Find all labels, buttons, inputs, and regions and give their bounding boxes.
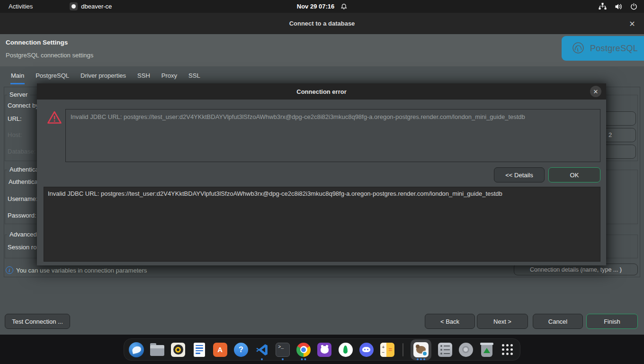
volume-icon — [615, 3, 622, 10]
dock-separator — [401, 338, 405, 361]
ok-button[interactable]: OK — [548, 167, 600, 182]
dbeaver-icon — [413, 342, 429, 357]
postgresql-logo: PostgreSQL — [562, 36, 644, 61]
url-label: URL: — [8, 115, 22, 122]
postgresql-elephant-icon — [570, 40, 586, 56]
wizard-header: Connection Settings PostgreSQL connectio… — [0, 34, 644, 66]
window-title: Connect to a database — [0, 13, 644, 34]
error-dialog-title-bar[interactable]: Connection error — [37, 83, 606, 100]
test-connection-button[interactable]: Test Connection ... — [5, 314, 70, 329]
tab-ssh[interactable]: SSH — [137, 71, 151, 84]
ubuntu-software-icon: A — [213, 343, 227, 357]
postgresql-logo-text: PostgreSQL — [590, 44, 638, 54]
trash-icon — [481, 344, 492, 357]
window-title-bar[interactable]: Connect to a database ✕ — [0, 13, 644, 34]
advanced-group-label: Advanced — [7, 231, 39, 238]
variables-hint-text: You can use variables in connection para… — [16, 267, 147, 274]
dock-item-thunderbird[interactable] — [129, 338, 144, 361]
running-indicator — [301, 358, 306, 360]
info-icon: i — [6, 266, 13, 274]
power-icon — [630, 3, 637, 10]
tab-ssl[interactable]: SSL — [188, 71, 201, 84]
github-desktop-icon — [317, 343, 331, 357]
dock-item-preferences[interactable] — [437, 338, 452, 361]
network-icon — [599, 3, 607, 10]
screen: Activities dbeaver-ce Nov 29 07:16 Conne… — [0, 0, 644, 364]
clock-menu[interactable]: Nov 29 07:16 — [297, 0, 348, 13]
running-indicator — [282, 358, 284, 360]
libreoffice-writer-icon — [194, 343, 205, 357]
disks-icon — [459, 343, 473, 357]
terminal-icon: >_ — [276, 343, 290, 357]
clock-text: Nov 29 07:16 — [297, 3, 335, 10]
error-details-text-area[interactable]: Invalid JDBC URL: postgres://test_user:d… — [44, 187, 600, 262]
window-close-button[interactable]: ✕ — [627, 18, 637, 29]
dock-item-files[interactable] — [150, 338, 165, 361]
error-dialog-close-button[interactable]: ✕ — [590, 86, 601, 97]
running-indicator — [261, 358, 263, 360]
dock-item-rhythmbox[interactable] — [170, 338, 186, 361]
dock-item-calculator[interactable]: +− = — [380, 338, 395, 361]
discord-icon — [359, 343, 374, 357]
password-label: Password: — [8, 212, 36, 219]
next-button[interactable]: Next > — [477, 314, 528, 329]
notification-bell-icon — [340, 3, 347, 10]
host-label: Host: — [8, 131, 22, 138]
error-dialog-title: Connection error — [296, 88, 346, 95]
connect-by-label: Connect by — [8, 102, 39, 109]
finish-button[interactable]: Finish — [586, 314, 638, 329]
tab-postgresql[interactable]: PostgreSQL — [35, 71, 70, 84]
dock-item-discord[interactable] — [359, 338, 374, 361]
dock-item-vscode[interactable] — [254, 338, 269, 361]
tab-main[interactable]: Main — [10, 71, 25, 84]
dock-item-dbeaver-active[interactable] — [411, 338, 431, 361]
port-value-fragment: 2 — [608, 131, 612, 138]
error-message-box[interactable]: Invalid JDBC URL: postgres://test_user:d… — [65, 109, 600, 162]
tab-proxy[interactable]: Proxy — [161, 71, 178, 84]
system-status-area[interactable] — [599, 0, 637, 13]
focused-app-menu[interactable]: dbeaver-ce — [70, 2, 112, 10]
connection-error-dialog: Connection error ✕ Invalid JDBC URL: pos… — [37, 83, 606, 265]
app-grid-icon — [502, 344, 513, 355]
server-group-label: Server — [7, 91, 30, 98]
dock: A ? >_ +− = — [124, 338, 520, 361]
username-label: Username: — [8, 195, 38, 202]
calculator-icon: +− = — [380, 343, 394, 357]
settings-tab-bar: Main PostgreSQL Driver properties SSH Pr… — [10, 71, 201, 84]
vscode-icon — [255, 343, 269, 357]
help-icon: ? — [234, 343, 248, 357]
mongodb-icon — [339, 343, 353, 357]
dock-item-terminal[interactable]: >_ — [275, 338, 290, 361]
files-icon — [150, 345, 164, 356]
dock-item-trash[interactable] — [479, 338, 494, 361]
active-app-highlight — [411, 339, 431, 360]
back-button[interactable]: < Back — [425, 314, 475, 329]
chrome-icon — [296, 343, 311, 357]
focused-app-name: dbeaver-ce — [81, 3, 112, 10]
desktop-bottom-area: A ? >_ +− = — [0, 335, 644, 364]
warning-icon — [47, 110, 62, 125]
page-subtitle: PostgreSQL connection settings — [6, 52, 93, 59]
cancel-button[interactable]: Cancel — [533, 314, 583, 329]
running-indicator — [417, 358, 425, 360]
database-label: Database: — [8, 148, 36, 155]
dock-item-help[interactable]: ? — [233, 338, 249, 361]
details-toggle-button[interactable]: << Details — [494, 167, 545, 182]
activities-button[interactable]: Activities — [9, 3, 33, 10]
dock-item-disks[interactable] — [458, 338, 474, 361]
dock-item-app-grid[interactable] — [500, 338, 515, 361]
preferences-icon — [438, 343, 452, 357]
thunderbird-icon — [129, 342, 144, 357]
dock-item-chrome[interactable] — [296, 338, 311, 361]
tab-driver-properties[interactable]: Driver properties — [80, 71, 126, 84]
dock-item-software[interactable]: A — [213, 338, 228, 361]
dbeaver-app-icon — [70, 2, 78, 10]
dock-item-github[interactable] — [317, 338, 332, 361]
page-title: Connection Settings — [6, 39, 68, 46]
rhythmbox-icon — [171, 343, 185, 357]
dock-item-writer[interactable] — [191, 338, 206, 361]
session-role-label: Session role — [8, 244, 42, 251]
dock-item-mongodb[interactable] — [338, 338, 353, 361]
system-top-bar: Activities dbeaver-ce Nov 29 07:16 — [0, 0, 644, 13]
